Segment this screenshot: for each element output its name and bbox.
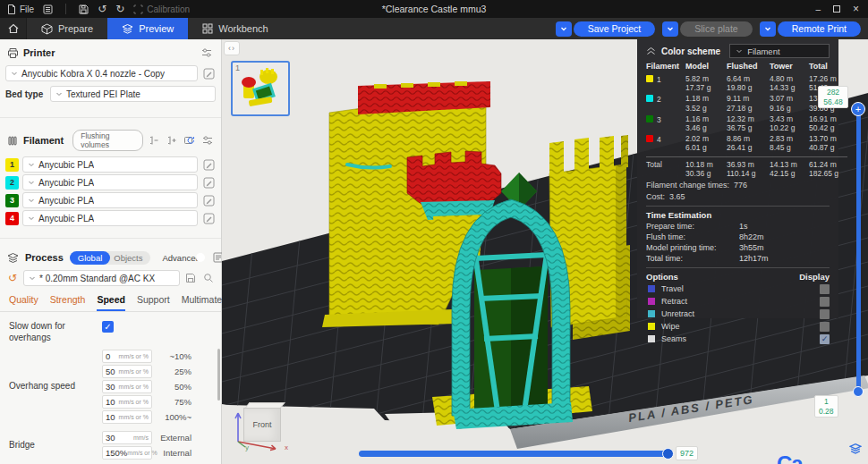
option-unretract: Unretract <box>646 309 830 319</box>
tab-preview[interactable]: Preview <box>107 18 188 39</box>
search-preset-icon[interactable] <box>201 271 216 285</box>
save-icon[interactable] <box>79 4 89 14</box>
add-filament-icon[interactable] <box>166 133 179 148</box>
filament-edit-icon[interactable] <box>201 211 216 225</box>
filament-row-1: 1 Anycubic PLA <box>0 156 221 173</box>
overhang-row: 0mm/s or % ~10% <box>102 349 191 363</box>
file-menu[interactable]: File <box>7 4 34 14</box>
overhang-input-75[interactable]: 10mm/s or % <box>102 395 152 409</box>
overhang-row: 10mm/s or % 100%~ <box>102 409 191 424</box>
remote-print-dropdown[interactable] <box>760 21 776 37</box>
collapse-stats-icon[interactable] <box>646 46 656 55</box>
layers-toggle-icon[interactable] <box>849 443 862 455</box>
filament-select-3[interactable]: Anycubic PLA <box>22 192 198 208</box>
seams-color-chip <box>648 335 655 342</box>
printer-settings-icon[interactable] <box>200 46 214 60</box>
layer-slider-top-handle[interactable]: + <box>851 102 865 116</box>
remote-print-button[interactable]: Remote Print <box>778 21 861 37</box>
layer-slider-bottom-handle[interactable] <box>853 386 864 397</box>
move-slider-handle[interactable] <box>662 448 674 460</box>
overhang-input-50[interactable]: 30mm/s or % <box>102 380 152 393</box>
scope-objects[interactable]: Objects <box>110 251 149 265</box>
undo-icon[interactable]: ↺ <box>98 4 106 14</box>
unretract-checkbox[interactable] <box>820 309 830 319</box>
slow-down-overhangs-checkbox[interactable]: ✓ <box>102 321 114 333</box>
cube-icon <box>41 23 53 35</box>
move-slider-track[interactable] <box>359 451 671 457</box>
tab-quality[interactable]: Quality <box>9 294 38 311</box>
filament-section-header: Filament Flushing volumes <box>0 123 221 156</box>
overhang-input-25[interactable]: 50mm/s or % <box>102 365 152 378</box>
bridge-external-input[interactable]: 30mm/s <box>102 431 152 444</box>
bed-type-select[interactable]: Textured PEI Plate <box>50 86 216 102</box>
viewport-3d[interactable]: PLA / ABS / PETG <box>222 39 868 464</box>
filament-select-4[interactable]: Anycubic PLA <box>22 210 198 226</box>
watermark-logo-partial: Ca <box>777 451 823 464</box>
wipe-checkbox[interactable] <box>820 322 830 332</box>
tab-bar: Prepare Preview Workbench Save Project S… <box>0 18 868 39</box>
overhang-input-100[interactable]: 10mm/s or % <box>102 410 152 424</box>
save-project-button[interactable]: Save Project <box>574 21 656 37</box>
filament-color-chip[interactable]: 1 <box>5 158 19 172</box>
save-preset-icon[interactable] <box>183 271 198 285</box>
chevron-down-icon <box>736 47 743 55</box>
filament-select-2[interactable]: Anycubic PLA <box>22 174 198 190</box>
filament-color-chip[interactable]: 3 <box>5 194 19 207</box>
layer-slider-track[interactable] <box>856 107 861 393</box>
filament-settings-icon[interactable] <box>200 133 214 148</box>
cost: Cost: 3.65 <box>646 192 830 201</box>
toolbar-divider <box>65 4 66 14</box>
tab-strength[interactable]: Strength <box>50 294 86 311</box>
notes-menu-icon[interactable] <box>43 4 53 14</box>
filament-edit-icon[interactable] <box>201 157 216 172</box>
usage-total-label: Total <box>646 160 685 178</box>
travel-checkbox[interactable] <box>820 284 830 294</box>
save-project-dropdown[interactable] <box>556 21 572 37</box>
minimize-button[interactable]: – <box>815 4 821 14</box>
color-scheme-select[interactable]: Filament <box>729 44 830 58</box>
filament-edit-icon[interactable] <box>201 193 216 207</box>
plate-thumbnail[interactable]: 1 <box>231 61 290 116</box>
retract-checkbox[interactable] <box>820 297 830 307</box>
flushing-volumes-button[interactable]: Flushing volumes <box>72 130 143 151</box>
process-section-header: Process Global Objects Advanced <box>0 244 221 269</box>
slice-plate-button[interactable]: Slice plate <box>680 21 752 37</box>
bed-type-value: Textured PEI Plate <box>66 89 140 99</box>
model-printing-time: Model printing time:3h55m <box>646 243 830 252</box>
layers-icon <box>122 23 133 35</box>
process-scope-toggle[interactable]: Global Objects <box>70 251 150 265</box>
filament-color-chip[interactable]: 2 <box>5 176 19 190</box>
collapse-panel-button[interactable]: ‹› <box>224 41 240 55</box>
printer-edit-icon[interactable] <box>201 66 216 80</box>
sidebar-scrollbar[interactable] <box>217 349 220 401</box>
filament-edit-icon[interactable] <box>201 175 216 190</box>
wipe-color-chip <box>648 323 655 330</box>
scope-global[interactable]: Global <box>70 251 110 265</box>
maximize-button[interactable] <box>833 5 840 13</box>
remove-filament-icon[interactable] <box>148 133 161 148</box>
printer-preset-select[interactable]: Anycubic Kobra X 0.4 nozzle - Copy <box>5 65 198 81</box>
tab-prepare[interactable]: Prepare <box>27 18 107 39</box>
redo-icon[interactable]: ↻ <box>115 4 124 14</box>
bridge-internal-input[interactable]: 150%mm/s or % <box>102 446 152 460</box>
calibration-button[interactable]: Calibration <box>133 4 190 14</box>
close-button[interactable]: × <box>853 3 859 15</box>
filament-color-chip[interactable]: 4 <box>5 212 19 225</box>
tab-speed[interactable]: Speed <box>97 294 125 311</box>
reset-preset-icon[interactable]: ↺ <box>5 271 20 285</box>
slice-plate-dropdown[interactable] <box>662 21 678 37</box>
tab-workbench[interactable]: Workbench <box>188 18 282 39</box>
tab-support[interactable]: Support <box>137 294 170 311</box>
usage-color-chip <box>646 115 653 122</box>
overhang-range-label: 50% <box>152 382 191 392</box>
overhang-input-10[interactable]: 0mm/s or % <box>102 350 152 363</box>
seams-checkbox[interactable] <box>820 334 830 344</box>
gizmo-cube-front[interactable]: Front <box>243 408 281 442</box>
sync-filament-icon[interactable] <box>183 133 197 148</box>
orientation-gizmo[interactable]: Front x y <box>229 401 292 458</box>
filament-select-1[interactable]: Anycubic PLA <box>22 156 198 173</box>
advanced-label: Advanced <box>163 253 200 263</box>
home-button[interactable] <box>0 18 27 39</box>
y-axis-label: y <box>245 443 249 451</box>
process-preset-select[interactable]: * 0.20mm Standard @AC KX <box>23 270 180 286</box>
